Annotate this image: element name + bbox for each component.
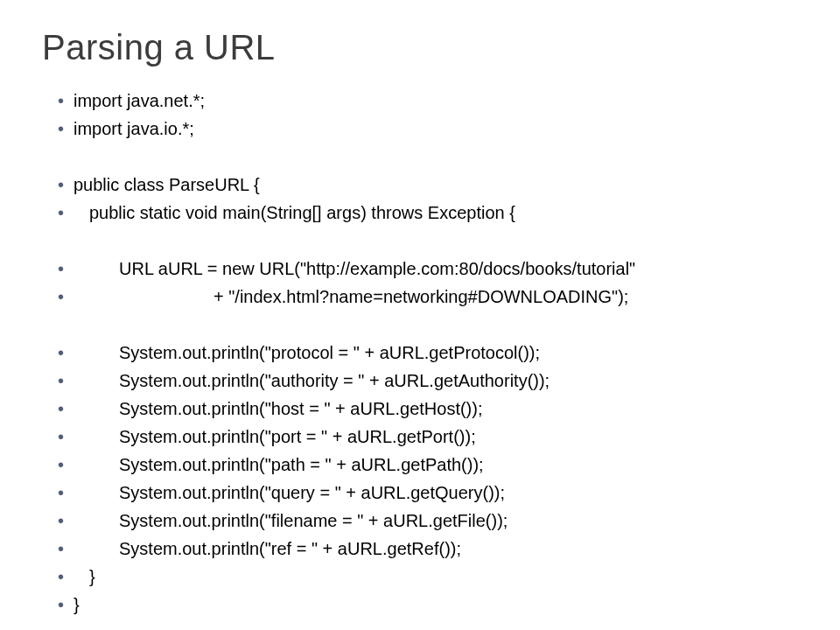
code-line: System.out.println("query = " + aURL.get… [58,479,798,507]
code-text: System.out.println("ref = " + aURL.getRe… [74,535,461,563]
code-text: } [74,563,95,591]
code-text: System.out.println("port = " + aURL.getP… [74,423,476,451]
code-line: } [58,591,798,619]
code-line: System.out.println("authority = " + aURL… [58,367,798,395]
code-line [58,143,798,171]
code-line: public class ParseURL { [58,171,798,199]
code-line: import java.io.*; [58,115,798,143]
code-line: + "/index.html?name=networking#DOWNLOADI… [58,283,798,311]
code-line [58,311,798,339]
code-text: System.out.println("host = " + aURL.getH… [74,395,482,423]
code-line [58,227,798,255]
code-text: System.out.println("protocol = " + aURL.… [74,339,540,367]
code-line: URL aURL = new URL("http://example.com:8… [58,255,798,283]
code-text: System.out.println("authority = " + aURL… [74,367,550,395]
code-text: public static void main(String[] args) t… [74,199,515,227]
code-text: URL aURL = new URL("http://example.com:8… [74,255,635,283]
code-line: import java.net.*; [58,87,798,115]
code-line: System.out.println("port = " + aURL.getP… [58,423,798,451]
code-line: public static void main(String[] args) t… [58,199,798,227]
code-text: + "/index.html?name=networking#DOWNLOADI… [74,283,628,311]
code-line: System.out.println("protocol = " + aURL.… [58,339,798,367]
slide-title: Parsing a URL [42,28,798,67]
code-line: System.out.println("host = " + aURL.getH… [58,395,798,423]
code-text: System.out.println("filename = " + aURL.… [74,507,508,535]
code-line: System.out.println("filename = " + aURL.… [58,507,798,535]
code-line: System.out.println("path = " + aURL.getP… [58,451,798,479]
code-line: } [58,563,798,591]
code-bullet-list: import java.net.*;import java.io.*;publi… [42,87,798,619]
code-line: System.out.println("ref = " + aURL.getRe… [58,535,798,563]
code-text: System.out.println("query = " + aURL.get… [74,479,505,507]
code-text: System.out.println("path = " + aURL.getP… [74,451,484,479]
